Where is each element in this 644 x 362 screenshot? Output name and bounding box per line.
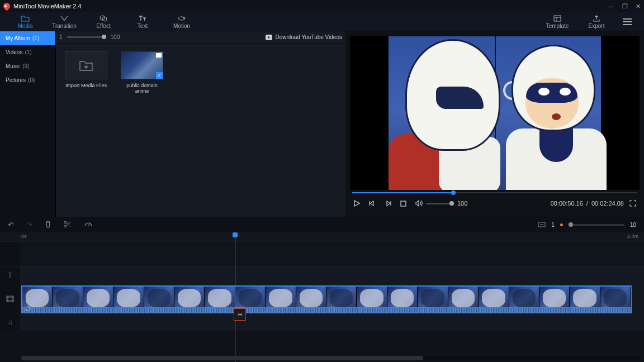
- video-track[interactable]: 🔊: [0, 284, 644, 313]
- download-youtube-button[interactable]: Download YouTube Videos: [266, 34, 342, 40]
- tab-text-label: Text: [138, 23, 148, 29]
- tab-media[interactable]: Media: [6, 12, 45, 31]
- svg-rect-6: [401, 201, 406, 206]
- tab-motion[interactable]: Motion: [162, 12, 201, 31]
- timeline-zoom-min: 1: [551, 222, 555, 228]
- volume-value: 100: [457, 200, 467, 207]
- tab-template-label: Template: [546, 23, 569, 29]
- youtube-icon: [266, 35, 272, 40]
- timeline-scrollbar[interactable]: [21, 356, 640, 360]
- tab-text[interactable]: Text: [123, 12, 162, 31]
- sidebar-item-my-album[interactable]: My Album (1): [0, 31, 55, 45]
- svg-point-7: [64, 221, 67, 223]
- timeline-toolbar: ↶ ↷ 1 10: [0, 217, 644, 232]
- timecode-total: 00:02:24.08: [591, 200, 624, 207]
- timeline-zoom-dot-icon: [560, 223, 563, 226]
- effect-icon: [99, 15, 108, 22]
- speed-button[interactable]: [84, 221, 93, 229]
- template-icon: [553, 15, 562, 22]
- timecode-sep: /: [586, 200, 588, 207]
- download-youtube-label: Download YouTube Videos: [275, 34, 342, 40]
- library-sidebar: My Album (1) Videos (1) Music (9) Pictur…: [0, 31, 56, 217]
- tab-export-label: Export: [589, 23, 605, 29]
- import-media-button[interactable]: Import Media Files: [64, 51, 108, 94]
- svg-point-3: [183, 17, 185, 18]
- main-toolbar: Media Transition Effect Text Motion Temp…: [0, 12, 644, 31]
- sidebar-item-count: (9): [22, 63, 29, 69]
- play-button[interactable]: [353, 200, 360, 207]
- media-clip-label: public domain anime: [120, 83, 164, 94]
- app-logo-icon: [2, 2, 12, 11]
- ruler-start: 0s: [21, 234, 27, 239]
- sidebar-item-label: Pictures: [6, 77, 26, 83]
- minimize-button[interactable]: —: [608, 3, 614, 10]
- titlebar: MiniTool MovieMaker 2.4 — ❐ ✕: [0, 0, 644, 12]
- stop-button[interactable]: [400, 201, 406, 207]
- video-track-icon: [0, 284, 20, 313]
- text-track[interactable]: T: [0, 266, 644, 284]
- audio-track-icon: ♫: [0, 313, 20, 331]
- sidebar-item-music[interactable]: Music (9): [0, 59, 55, 73]
- preview-scrubber[interactable]: [350, 191, 640, 194]
- playhead[interactable]: [235, 232, 235, 362]
- sidebar-item-label: Music: [6, 63, 20, 69]
- video-badge-icon: [156, 53, 162, 58]
- sidebar-item-label: Videos: [6, 49, 22, 55]
- timeline: 0s 2.4m T 🔊 ♫ ✂: [0, 232, 644, 362]
- sidebar-item-count: (1): [32, 35, 39, 41]
- volume-icon[interactable]: [415, 200, 423, 207]
- tab-transition[interactable]: Transition: [45, 12, 84, 31]
- undo-button[interactable]: ↶: [8, 221, 14, 229]
- svg-point-8: [64, 225, 67, 227]
- track-spacer: [0, 241, 644, 266]
- time-ruler[interactable]: 0s 2.4m: [0, 232, 644, 241]
- redo-button[interactable]: ↷: [26, 221, 32, 229]
- hamburger-icon: [623, 21, 632, 22]
- preview-canvas: [350, 36, 640, 190]
- folder-icon: [21, 15, 30, 22]
- delete-button[interactable]: [45, 221, 51, 229]
- sidebar-item-label: My Album: [6, 35, 30, 41]
- thumb-zoom-slider[interactable]: [67, 36, 106, 38]
- sidebar-item-count: (0): [28, 77, 35, 83]
- timeline-zoom-slider[interactable]: [569, 224, 624, 226]
- motion-icon: [177, 15, 186, 22]
- split-marker[interactable]: ✂: [234, 308, 246, 321]
- tab-transition-label: Transition: [52, 23, 77, 29]
- split-button[interactable]: [64, 221, 72, 229]
- close-button[interactable]: ✕: [636, 3, 641, 10]
- import-folder-icon: [79, 59, 93, 72]
- fullscreen-button[interactable]: [629, 200, 636, 207]
- media-panel: 1 100 Download YouTube Videos Import Med…: [56, 31, 345, 217]
- next-frame-button[interactable]: [385, 200, 391, 207]
- tab-effect[interactable]: Effect: [84, 12, 123, 31]
- tab-export[interactable]: Export: [577, 12, 616, 31]
- sidebar-item-count: (1): [25, 49, 31, 55]
- tab-effect-label: Effect: [96, 23, 110, 29]
- prev-frame-button[interactable]: [369, 200, 376, 207]
- timeline-zoom-max: 10: [630, 222, 636, 228]
- menu-button[interactable]: [616, 12, 638, 31]
- maximize-button[interactable]: ❐: [622, 3, 628, 10]
- media-clip-item[interactable]: ✓ public domain anime: [120, 51, 164, 94]
- app-title: MiniTool MovieMaker 2.4: [13, 3, 82, 9]
- sidebar-item-videos[interactable]: Videos (1): [0, 45, 55, 59]
- tab-media-label: Media: [17, 23, 32, 29]
- export-icon: [592, 15, 601, 22]
- fit-timeline-button[interactable]: [538, 222, 546, 227]
- thumb-zoom-min: 1: [59, 34, 63, 40]
- text-icon: [138, 15, 147, 22]
- ruler-end: 2.4m: [627, 234, 638, 239]
- svg-rect-4: [554, 16, 561, 21]
- timecode-current: 00:00:50.16: [551, 200, 583, 207]
- tab-template[interactable]: Template: [538, 12, 577, 31]
- audio-track[interactable]: ♫: [0, 313, 644, 331]
- transition-icon: [60, 15, 69, 22]
- selected-check-icon: ✓: [156, 72, 163, 79]
- tab-motion-label: Motion: [173, 23, 190, 29]
- preview-frame-image: [389, 36, 601, 190]
- preview-panel: 100 00:00:50.16/00:02:24.08: [345, 31, 644, 217]
- clip-volume-icon[interactable]: 🔊: [25, 306, 31, 312]
- sidebar-item-pictures[interactable]: Pictures (0): [0, 73, 55, 87]
- volume-slider[interactable]: [426, 203, 454, 204]
